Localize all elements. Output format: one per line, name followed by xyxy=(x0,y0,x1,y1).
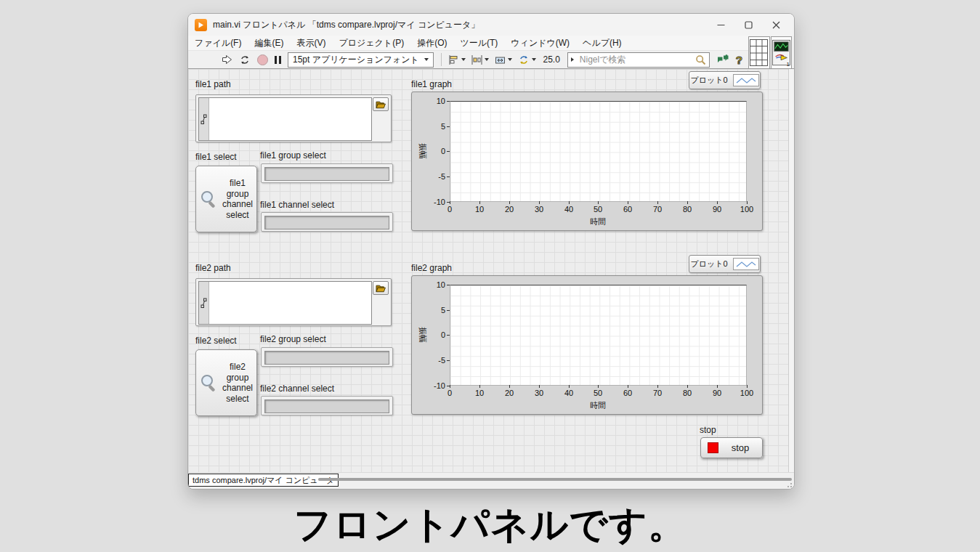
chevron-down-icon xyxy=(508,58,512,61)
maximize-button[interactable] xyxy=(734,15,762,35)
file1-graph: 振幅 10 5 0 -5 -10 0 10 20 30 40 50 60 70 … xyxy=(411,92,763,231)
menu-view[interactable]: 表示(V) xyxy=(290,36,332,50)
x-tick: 50 xyxy=(587,389,609,397)
menu-project[interactable]: プロジェクト(P) xyxy=(332,36,410,50)
x-tick: 30 xyxy=(528,389,550,397)
caption-text: フロントパネルです。 xyxy=(0,500,980,551)
x-tick: 20 xyxy=(498,389,520,397)
help-icon[interactable]: ? xyxy=(736,54,742,65)
chevron-down-icon xyxy=(461,58,466,61)
menu-bar: ファイル(F) 編集(E) 表示(V) プロジェクト(P) 操作(O) ツール(… xyxy=(188,36,749,50)
menu-edit[interactable]: 編集(E) xyxy=(248,36,290,50)
vi-badge: 1 xyxy=(787,61,790,68)
distribute-objects-button[interactable] xyxy=(471,55,489,65)
x-tick: 60 xyxy=(617,389,639,397)
file1-select-label: file1 select xyxy=(195,152,237,162)
search-history-arrow[interactable] xyxy=(571,57,574,62)
file1-path-control xyxy=(195,94,392,142)
file1-graph-legend[interactable]: プロット0 xyxy=(689,71,761,89)
file2-group-select-input[interactable] xyxy=(264,351,389,365)
x-tick: 80 xyxy=(676,205,698,214)
align-objects-button[interactable] xyxy=(448,55,466,65)
minimize-button[interactable] xyxy=(707,15,734,35)
font-selector-value: 15pt アプリケーションフォント xyxy=(293,54,419,66)
font-selector[interactable]: 15pt アプリケーションフォント xyxy=(288,52,434,68)
file1-graph-label: file1 graph xyxy=(411,79,452,89)
chevron-down-icon xyxy=(424,58,429,61)
plot-legend-label: プロット0 xyxy=(690,75,727,86)
run-button[interactable] xyxy=(222,54,232,65)
resize-objects-button[interactable] xyxy=(495,55,512,65)
menu-window[interactable]: ウィンドウ(W) xyxy=(504,36,576,50)
file1-channel-select-input[interactable] xyxy=(264,216,389,230)
x-tick: 20 xyxy=(498,205,520,214)
file2-select-label: file2 select xyxy=(195,336,237,346)
file1-browse-button[interactable] xyxy=(373,97,389,111)
file2-path-input[interactable] xyxy=(211,283,370,322)
folder-icon xyxy=(376,284,386,293)
file2-path-control xyxy=(195,278,392,326)
file1-path-input[interactable] xyxy=(211,100,370,139)
stop-label: stop xyxy=(700,425,716,435)
file2-group-select-control xyxy=(261,347,393,367)
pause-button[interactable] xyxy=(275,56,281,64)
search-box[interactable] xyxy=(567,52,710,68)
run-continuously-button[interactable] xyxy=(239,54,251,65)
file2-channel-select-label: file2 channel select xyxy=(260,383,334,394)
file2-select-button-text: file2 group channel select xyxy=(219,362,256,404)
y-tick: 10 xyxy=(418,280,445,290)
y-tick: 5 xyxy=(418,121,445,131)
resize-grip[interactable] xyxy=(785,480,793,488)
path-type-icon xyxy=(199,98,209,140)
vertical-scrollbar[interactable] xyxy=(788,69,794,472)
alignment-grid-icon[interactable] xyxy=(748,36,770,69)
close-button[interactable] xyxy=(762,15,790,35)
y-tick: 5 xyxy=(418,305,445,315)
file1-select-button[interactable]: file1 group channel select xyxy=(195,166,257,232)
front-panel: file1 path file1 select file1 group chan… xyxy=(188,69,794,472)
plot-legend-label: プロット0 xyxy=(690,259,727,269)
window-title: main.vi フロントパネル 「tdms compare.lvproj/マイ … xyxy=(213,19,707,31)
search-input[interactable] xyxy=(578,54,695,65)
horizontal-scrollbar-thumb[interactable] xyxy=(318,478,792,481)
x-tick: 70 xyxy=(647,205,668,214)
vi-connector-icon[interactable]: 1 xyxy=(771,36,793,69)
x-tick: 0 xyxy=(439,389,461,397)
file1-group-select-input[interactable] xyxy=(264,167,389,181)
status-bar: tdms compare.lvproj/マイ コンピュータ xyxy=(188,472,794,490)
x-tick: 80 xyxy=(676,389,698,397)
file1-channel-select-label: file1 channel select xyxy=(260,200,334,210)
stop-button-text: stop xyxy=(718,442,762,453)
file1-group-select-label: file1 group select xyxy=(260,150,326,161)
x-tick: 0 xyxy=(439,205,461,214)
file2-graph-legend[interactable]: プロット0 xyxy=(689,255,761,273)
stop-button[interactable]: stop xyxy=(700,437,763,458)
menu-help[interactable]: ヘルプ(H) xyxy=(576,36,628,50)
magnifier-icon xyxy=(200,373,219,392)
abort-button[interactable] xyxy=(257,54,268,65)
title-bar: main.vi フロントパネル 「tdms compare.lvproj/マイ … xyxy=(188,14,794,36)
x-tick: 40 xyxy=(558,205,580,214)
file1-plot-area[interactable] xyxy=(450,101,747,202)
file2-channel-select-input[interactable] xyxy=(264,399,389,413)
reorder-button[interactable] xyxy=(518,54,536,65)
x-tick: 10 xyxy=(469,389,490,397)
menu-file[interactable]: ファイル(F) xyxy=(188,36,248,50)
y-tick: 10 xyxy=(418,96,445,106)
menu-tools[interactable]: ツール(T) xyxy=(453,36,504,50)
file1-select-button-text: file1 group channel select xyxy=(219,178,256,220)
file2-browse-button[interactable] xyxy=(373,281,389,295)
x-tick: 70 xyxy=(647,389,668,397)
community-icon[interactable] xyxy=(717,54,729,65)
project-context-box[interactable]: tdms compare.lvproj/マイ コンピュータ xyxy=(188,474,339,487)
file2-select-button[interactable]: file2 group channel select xyxy=(195,349,257,416)
menu-operate[interactable]: 操作(O) xyxy=(410,36,453,50)
stop-square-icon xyxy=(708,442,718,453)
y-tick: -5 xyxy=(418,355,445,365)
search-icon xyxy=(695,54,706,65)
x-axis-label: 時間 xyxy=(590,216,606,227)
labview-front-panel-window: main.vi フロントパネル 「tdms compare.lvproj/マイ … xyxy=(187,13,795,490)
labview-vi-icon xyxy=(195,19,207,31)
file2-plot-area[interactable] xyxy=(450,285,747,386)
window-chrome: ファイル(F) 編集(E) 表示(V) プロジェクト(P) 操作(O) ツール(… xyxy=(188,36,794,69)
